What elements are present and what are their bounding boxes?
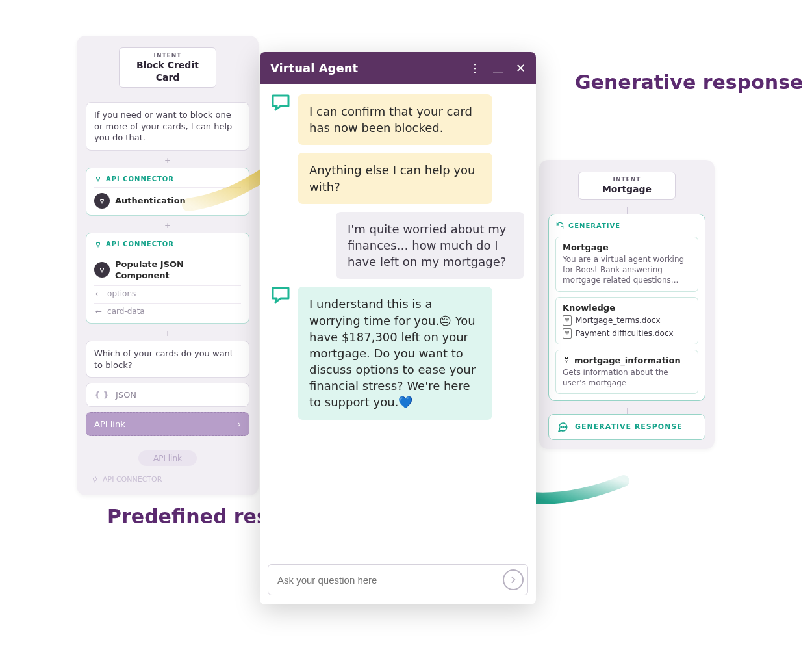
param-row: ← options <box>94 285 241 299</box>
user-message: I'm quite worried about my finances… how… <box>272 212 524 280</box>
gen-card-prompt[interactable]: Mortgage You are a virtual agent working… <box>555 237 698 292</box>
svg-point-6 <box>565 426 566 428</box>
svg-point-4 <box>561 426 562 428</box>
connector-icon: + <box>86 329 249 338</box>
arrow-left-icon: ← <box>95 306 102 317</box>
chat-body: I can confirm that your card has now bee… <box>260 84 536 559</box>
flow-node-api-json[interactable]: API CONNECTOR Populate JSON Component ← … <box>86 233 249 324</box>
faded-api-connector: API CONNECTOR <box>86 473 249 486</box>
plug-icon <box>94 262 110 278</box>
send-button[interactable] <box>503 569 524 590</box>
intent-chip[interactable]: INTENT Block Credit Card <box>119 47 216 88</box>
agent-avatar-icon <box>272 287 290 304</box>
svg-marker-2 <box>273 96 288 110</box>
chevron-right-icon: › <box>238 419 241 429</box>
api-connector-label: API CONNECTOR <box>94 175 241 184</box>
braces-icon: { } <box>94 390 109 400</box>
api-link-node-active[interactable]: API link › <box>86 412 249 436</box>
generative-header: GENERATIVE <box>555 221 698 230</box>
param-row: ← card-data <box>94 303 241 317</box>
intent-title: Mortgage <box>602 184 652 194</box>
doc-row: w Mortgage_terms.docx <box>563 315 691 326</box>
intent-eyebrow: INTENT <box>126 52 209 58</box>
agent-message: I can confirm that your card has now bee… <box>272 94 524 145</box>
plug-icon <box>94 193 110 209</box>
doc-icon: w <box>563 315 572 326</box>
auth-label: Authentication <box>115 195 186 207</box>
message-bubble: I understand this is a worrying time for… <box>298 287 492 419</box>
generative-flow-panel: INTENT Mortgage GENERATIVE Mortgage You … <box>539 160 715 449</box>
api-connector-label: API CONNECTOR <box>94 240 241 249</box>
chat-input-bar <box>268 564 528 595</box>
api-link-node-inactive[interactable]: API link <box>138 450 197 466</box>
generative-response-label: Generative response <box>575 72 803 94</box>
json-comp-label: Populate JSON Component <box>115 259 241 281</box>
agent-message: Anything else I can help you with? <box>272 153 524 203</box>
kebab-menu-icon[interactable]: ⋮ <box>469 62 481 74</box>
chat-title: Virtual Agent <box>270 61 469 75</box>
intent-title: Block Credit Card <box>136 60 199 83</box>
connector-icon: + <box>86 221 249 230</box>
intent-eyebrow: INTENT <box>585 176 668 183</box>
agent-avatar-icon <box>272 94 290 111</box>
doc-icon: w <box>563 328 572 339</box>
intent-chip[interactable]: INTENT Mortgage <box>578 172 676 200</box>
close-icon[interactable]: ✕ <box>516 62 526 74</box>
plug-icon <box>563 356 570 364</box>
flow-node-json[interactable]: { } JSON <box>86 383 249 407</box>
gen-card-function[interactable]: mortgage_information Gets information ab… <box>555 350 698 394</box>
chat-input[interactable] <box>277 575 503 586</box>
generative-box[interactable]: GENERATIVE Mortgage You are a virtual ag… <box>548 214 705 401</box>
generative-response-node[interactable]: GENERATIVE RESPONSE <box>548 414 705 440</box>
flow-node-question[interactable]: Which of your cards do you want to block… <box>86 341 249 378</box>
svg-point-5 <box>563 426 564 428</box>
chat-header: Virtual Agent ⋮ — ✕ <box>260 52 536 84</box>
flow-node-greeting[interactable]: If you need or want to block one or more… <box>86 102 249 151</box>
message-bubble: Anything else I can help you with? <box>298 153 492 203</box>
doc-row: w Payment difficulties.docx <box>563 328 691 339</box>
message-bubble: I can confirm that your card has now bee… <box>298 94 492 145</box>
flow-node-api-auth[interactable]: API CONNECTOR Authentication <box>86 168 249 216</box>
connector-icon: + <box>86 156 249 165</box>
chat-bubble-icon <box>557 421 568 433</box>
predefined-flow-panel: INTENT Block Credit Card If you need or … <box>77 36 259 495</box>
arrow-left-icon: ← <box>95 289 102 299</box>
gen-card-knowledge[interactable]: Knowledge w Mortgage_terms.docx w Paymen… <box>555 297 698 344</box>
svg-marker-3 <box>273 288 288 302</box>
message-bubble: I'm quite worried about my finances… how… <box>336 212 524 280</box>
minimize-icon[interactable]: — <box>492 65 504 77</box>
agent-message: I understand this is a worrying time for… <box>272 287 524 419</box>
chat-window: Virtual Agent ⋮ — ✕ I can confirm that y… <box>260 52 536 604</box>
